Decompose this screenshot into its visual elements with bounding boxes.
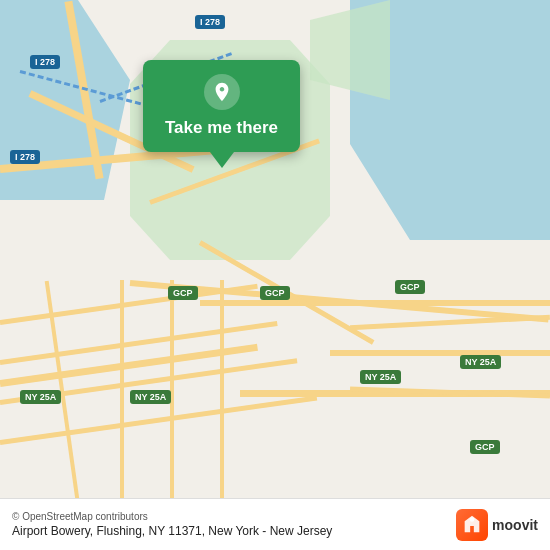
shield-i278-left-top: I 278 bbox=[30, 55, 60, 69]
moovit-logo[interactable]: moovit bbox=[456, 509, 538, 541]
moovit-icon bbox=[456, 509, 488, 541]
road-right-1 bbox=[350, 315, 550, 330]
svg-point-0 bbox=[470, 517, 475, 522]
shield-i278-top: I 278 bbox=[195, 15, 225, 29]
shield-ny25a-right: NY 25A bbox=[360, 370, 401, 384]
popup-pointer bbox=[210, 152, 234, 168]
popup-label: Take me there bbox=[165, 118, 278, 138]
road-vert-2 bbox=[120, 280, 124, 500]
popup-box[interactable]: Take me there bbox=[143, 60, 300, 152]
road-vert-4 bbox=[220, 280, 224, 500]
shield-ny25a-left: NY 25A bbox=[20, 390, 61, 404]
shield-gcp-mid: GCP bbox=[260, 286, 290, 300]
osm-attribution[interactable]: © OpenStreetMap contributors bbox=[12, 511, 332, 522]
location-info: Airport Bowery, Flushing, NY 11371, New … bbox=[12, 524, 332, 538]
map-container: I 278I 278I 278GCPGCPGCPNY 25ANY 25ANY 2… bbox=[0, 0, 550, 550]
road-right-2 bbox=[330, 350, 550, 356]
bottom-left: © OpenStreetMap contributors Airport Bow… bbox=[12, 511, 332, 538]
shield-i278-left-mid: I 278 bbox=[10, 150, 40, 164]
location-pin-icon bbox=[204, 74, 240, 110]
shield-gcp-left: GCP bbox=[168, 286, 198, 300]
shield-gcp-bottom-right: GCP bbox=[470, 440, 500, 454]
moovit-text: moovit bbox=[492, 517, 538, 533]
road-vert-3 bbox=[170, 280, 174, 500]
road-gcp-2 bbox=[200, 300, 550, 306]
shield-gcp-right: GCP bbox=[395, 280, 425, 294]
bottom-bar: © OpenStreetMap contributors Airport Bow… bbox=[0, 498, 550, 550]
road-grid-2 bbox=[0, 321, 278, 365]
location-popup[interactable]: Take me there bbox=[143, 60, 300, 168]
shield-ny25a-mid: NY 25A bbox=[130, 390, 171, 404]
shield-ny25a-far-right: NY 25A bbox=[460, 355, 501, 369]
